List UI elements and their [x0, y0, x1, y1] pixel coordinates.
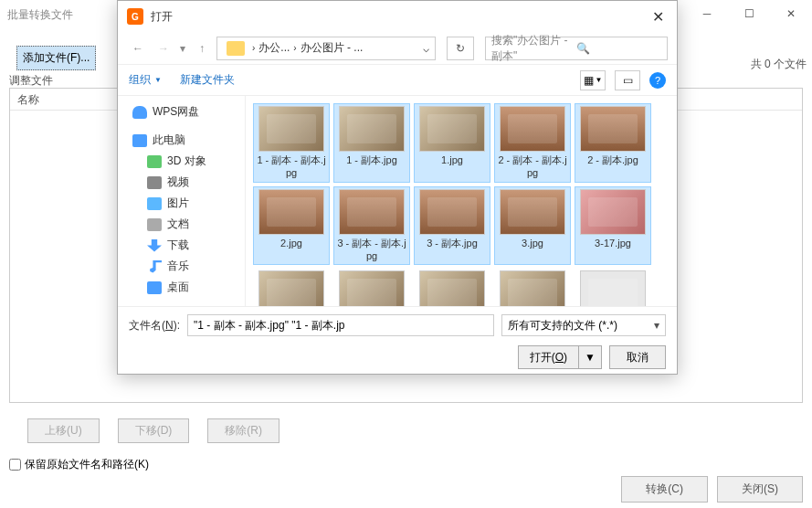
tree-desktop[interactable]: 桌面 [118, 277, 245, 298]
tree-3d[interactable]: 3D 对象 [118, 151, 245, 172]
file-name: 3-17.jpg [595, 237, 631, 249]
cube-icon [147, 155, 162, 168]
filename-label: 文件名(N): [129, 318, 180, 333]
file-item[interactable] [253, 269, 330, 306]
dialog-body: WPS网盘 此电脑 3D 对象 视频 图片 文档 下载 音乐 桌面 1 - 副本… [118, 96, 677, 306]
music-icon [147, 260, 162, 273]
dialog-footer: 文件名(N): 所有可支持的文件 (*.*) 打开(O) ▼ 取消 [118, 306, 677, 376]
adjust-files-label: 调整文件 [9, 73, 53, 89]
dialog-toolbar: 组织▼ 新建文件夹 ▦▼ ▭ ? [118, 65, 677, 96]
thumbnail [339, 270, 405, 306]
tree-wps[interactable]: WPS网盘 [118, 101, 245, 122]
window-controls: ─ ☐ ✕ [686, 0, 812, 27]
chevron-right-icon: › [252, 43, 255, 53]
new-folder-button[interactable]: 新建文件夹 [180, 72, 235, 88]
file-name: 1 - 副本 - 副本.jpg [256, 153, 327, 180]
keep-path-checkbox[interactable] [9, 459, 21, 471]
close-button-footer[interactable]: 关闭(S) [717, 476, 803, 503]
file-item[interactable] [494, 269, 571, 306]
file-item[interactable] [414, 269, 490, 306]
file-name: 2 - 副本 - 副本.jpg [497, 153, 568, 180]
dialog-nav: ← → ▾ ↑ › 办公... › 办公图片 - ... ⌵ ↻ 搜索"办公图片… [118, 32, 677, 65]
forward-button[interactable]: → [153, 37, 174, 59]
file-item[interactable]: 3 - 副本.jpg [414, 186, 490, 266]
file-item[interactable] [575, 269, 651, 306]
file-item[interactable]: 3-17.jpg [575, 186, 651, 266]
breadcrumb-dropdown[interactable]: ⌵ [423, 42, 429, 55]
folder-tree: WPS网盘 此电脑 3D 对象 视频 图片 文档 下载 音乐 桌面 [118, 96, 246, 306]
document-icon [147, 218, 162, 231]
file-item[interactable]: 2 - 副本.jpg [575, 103, 651, 183]
help-button[interactable]: ? [649, 72, 666, 89]
search-input[interactable]: 搜索"办公图片 - 副本" 🔍 [485, 37, 668, 60]
folder-icon [227, 41, 245, 56]
thumbnail [339, 189, 405, 235]
pc-icon [132, 134, 147, 147]
convert-button[interactable]: 转换(C) [621, 476, 708, 503]
window-title: 批量转换文件 [7, 7, 73, 23]
file-item[interactable]: 3 - 副本 - 副本.jpg [333, 186, 410, 266]
dialog-close-button[interactable]: ✕ [649, 8, 668, 26]
close-button[interactable]: ✕ [770, 0, 812, 27]
download-icon [147, 239, 162, 252]
thumbnail [419, 106, 485, 152]
tree-music[interactable]: 音乐 [118, 256, 245, 277]
file-name: 1.jpg [441, 153, 463, 166]
file-grid[interactable]: 1 - 副本 - 副本.jpg1 - 副本.jpg1.jpg2 - 副本 - 副… [246, 96, 677, 306]
app-icon: G [127, 8, 143, 25]
thumbnail [419, 189, 485, 235]
open-dropdown[interactable]: ▼ [579, 351, 601, 364]
tree-downloads[interactable]: 下载 [118, 235, 245, 256]
back-button[interactable]: ← [127, 37, 149, 59]
tree-pictures[interactable]: 图片 [118, 193, 245, 214]
keep-path-label: 保留原始文件名和路径(K) [25, 457, 149, 472]
breadcrumb[interactable]: › 办公... › 办公图片 - ... ⌵ [216, 37, 436, 60]
file-item[interactable]: 3.jpg [494, 186, 571, 266]
open-button[interactable]: 打开(O) ▼ [518, 345, 602, 369]
thumbnail [500, 270, 565, 306]
tree-documents[interactable]: 文档 [118, 214, 245, 235]
thumbnail [500, 106, 565, 152]
file-name: 1 - 副本.jpg [346, 153, 397, 166]
maximize-button[interactable]: ☐ [728, 0, 770, 27]
tree-video[interactable]: 视频 [118, 172, 245, 193]
thumbnail [500, 189, 565, 235]
organize-menu[interactable]: 组织▼ [129, 72, 162, 88]
video-icon [147, 176, 162, 189]
file-count-label: 共 0 个文件 [751, 57, 807, 72]
view-mode-button[interactable]: ▦▼ [580, 70, 606, 90]
file-item[interactable]: 2.jpg [253, 186, 330, 266]
minimize-button[interactable]: ─ [686, 0, 728, 27]
dialog-title: 打开 [151, 9, 173, 25]
remove-button[interactable]: 移除(R) [207, 418, 279, 443]
thumbnail [339, 106, 405, 152]
file-name: 2.jpg [280, 237, 302, 249]
preview-pane-button[interactable]: ▭ [615, 70, 640, 90]
file-item[interactable] [333, 269, 410, 306]
thumbnail [258, 189, 324, 235]
filename-input[interactable] [187, 314, 494, 336]
breadcrumb-seg-2[interactable]: 办公图片 - ... [301, 40, 364, 56]
chevron-right-icon: › [293, 43, 296, 53]
tree-this-pc[interactable]: 此电脑 [118, 130, 245, 151]
cancel-button[interactable]: 取消 [609, 345, 666, 369]
up-button[interactable]: ↑ [191, 37, 213, 59]
add-file-button[interactable]: 添加文件(F)... [16, 46, 96, 70]
keep-path-row: 保留原始文件名和路径(K) [9, 457, 149, 472]
file-item[interactable]: 1.jpg [414, 103, 490, 183]
move-up-button[interactable]: 上移(U) [27, 418, 100, 443]
search-placeholder: 搜索"办公图片 - 副本" [491, 33, 576, 64]
thumbnail [258, 270, 324, 306]
file-item[interactable]: 1 - 副本 - 副本.jpg [253, 103, 330, 183]
file-item[interactable]: 1 - 副本.jpg [333, 103, 410, 183]
thumbnail [580, 189, 646, 235]
move-down-button[interactable]: 下移(D) [118, 418, 190, 443]
file-name: 2 - 副本.jpg [587, 153, 638, 166]
breadcrumb-seg-1[interactable]: 办公... [258, 40, 290, 56]
refresh-button[interactable]: ↻ [447, 37, 474, 60]
reorder-buttons: 上移(U) 下移(D) 移除(R) [27, 418, 279, 443]
nav-sep: ▾ [180, 42, 185, 55]
dialog-titlebar: G 打开 ✕ [118, 1, 677, 32]
file-type-filter[interactable]: 所有可支持的文件 (*.*) [501, 314, 666, 336]
file-item[interactable]: 2 - 副本 - 副本.jpg [494, 103, 571, 183]
